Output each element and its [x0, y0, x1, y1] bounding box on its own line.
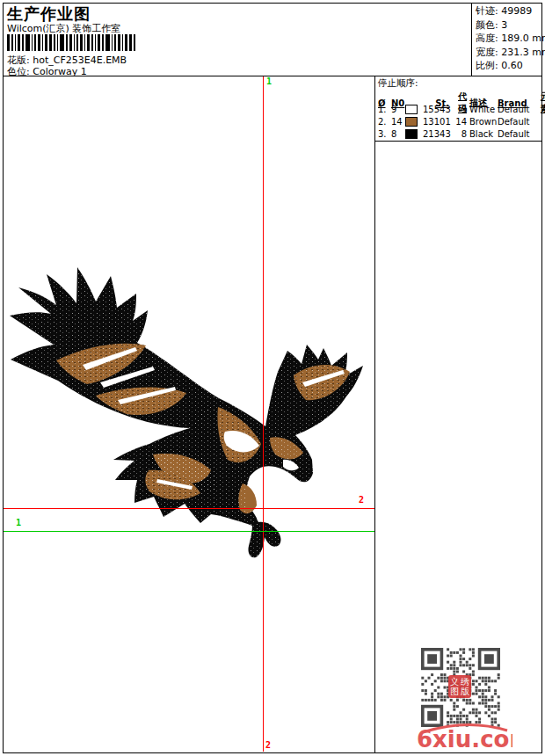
barcode-bar [98, 34, 100, 51]
horizontal-end-line [4, 508, 374, 509]
eagle-design [4, 259, 373, 589]
start-marker-left: 1 [16, 519, 21, 527]
barcode-bar [122, 34, 124, 51]
barcode-bar [15, 34, 17, 51]
barcode-bar [114, 34, 116, 51]
color-swatch-white [405, 105, 418, 114]
barcode-bar [25, 34, 30, 51]
barcode-bar [7, 34, 10, 51]
horizontal-start-line [4, 531, 374, 532]
stat-height: 高度: 189.0 mm [476, 32, 542, 46]
vertical-guide-line [263, 76, 264, 752]
barcode-bar [105, 34, 110, 51]
barcode-bar [74, 34, 76, 51]
barcode-bar [57, 34, 59, 51]
stat-colors: 颜色: 3 [476, 18, 542, 33]
table-row: 3. 8 21343 8 Black Default [375, 127, 541, 140]
barcode-bar [118, 34, 120, 51]
col-element: 元素 [541, 91, 545, 115]
barcode-bar [112, 34, 113, 51]
barcode-bar [34, 34, 36, 51]
color-swatch-brown [405, 117, 418, 127]
production-worksheet: 生产作业图 Wilcom(汇京) 装饰工作室 花版: hot_CF253E4E.… [0, 0, 545, 756]
stats-box-border [471, 3, 472, 76]
table-header-row: Ø N0 St. 代码 描述 Brand 元素 [375, 91, 541, 103]
barcode-bar [45, 34, 47, 51]
stamp-character: 图 [449, 687, 460, 696]
table-row: 2. 14 13101 14 Brown Default [375, 115, 541, 127]
watermark-logo: 6xiu.com [416, 719, 512, 752]
red-stamp: 义绣图版 [448, 675, 471, 698]
barcode [7, 34, 164, 51]
barcode-bar [87, 34, 90, 51]
barcode-bar [11, 34, 13, 51]
barcode-bar [32, 34, 33, 51]
barcode-bar [42, 34, 44, 51]
end-marker-right: 2 [359, 496, 364, 505]
barcode-bar [60, 34, 64, 51]
barcode-bar [54, 34, 55, 51]
barcode-bar [125, 34, 127, 51]
barcode-bar [129, 34, 132, 51]
stats-panel: 针迹: 49989 颜色: 3 高度: 189.0 mm 宽度: 231.3 m… [476, 4, 542, 73]
barcode-bar [22, 34, 24, 51]
barcode-bar [49, 34, 52, 51]
table-row: 1. 9 15543 9 White Default [375, 103, 541, 115]
stat-scale: 比例: 0.60 [476, 59, 542, 73]
stop-sequence-table: 停止顺序: Ø N0 St. 代码 描述 Brand 元素 1. 9 15543… [375, 76, 541, 142]
eagle-stitch-speckle [10, 267, 363, 557]
barcode-bar [76, 34, 78, 51]
barcode-bar [95, 34, 97, 51]
studio-subtitle: Wilcom(汇京) 装饰工作室 [7, 22, 120, 35]
stamp-character: 版 [460, 687, 470, 696]
watermark-text: 6xiu.com [417, 726, 512, 752]
stamp-character: 义 [449, 677, 460, 687]
barcode-bar [69, 34, 72, 51]
color-swatch-black [405, 129, 418, 139]
start-marker-top: 1 [266, 77, 272, 86]
stamp-character: 绣 [460, 677, 470, 687]
stat-stitches: 针迹: 49989 [476, 4, 542, 18]
barcode-bar [84, 34, 86, 51]
barcode-bar [38, 34, 40, 51]
barcode-bar [134, 34, 135, 51]
end-marker-bottom: 2 [265, 741, 271, 750]
barcode-bar [91, 34, 93, 51]
barcode-bar [66, 34, 68, 51]
barcode-bar [102, 34, 104, 51]
stop-sequence-title: 停止顺序: [375, 76, 541, 91]
stat-width: 宽度: 231.3 mm [476, 46, 542, 60]
barcode-bar [80, 34, 83, 51]
barcode-bar [18, 34, 20, 51]
main-divider [374, 76, 375, 753]
